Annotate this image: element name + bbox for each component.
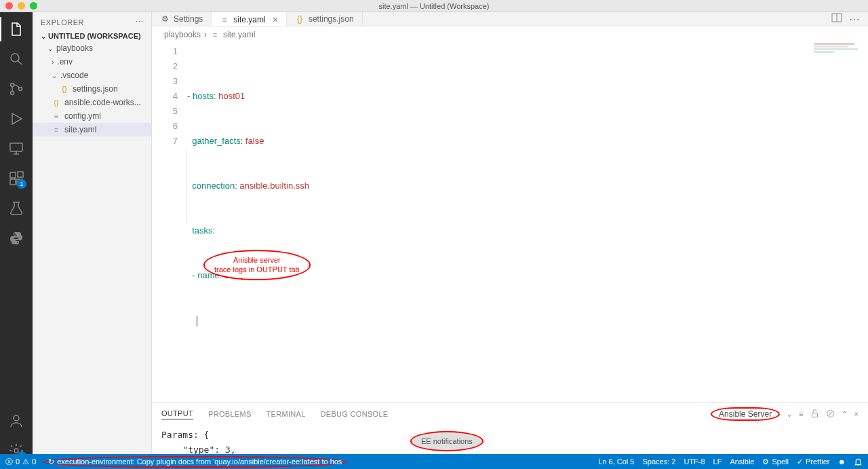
folder-label: .vscode (60, 71, 88, 80)
panel-tabs: OUTPUT PROBLEMS TERMINAL DEBUG CONSOLE A… (152, 403, 868, 425)
breadcrumb[interactable]: playbooks› ≡site.yaml (152, 26, 868, 43)
status-position[interactable]: Ln 6, Col 5 (598, 457, 634, 466)
minimap[interactable] (814, 43, 861, 55)
json-icon: {} (52, 98, 61, 107)
file-config-yml[interactable]: ≡config.yml (33, 109, 151, 123)
minimize-window-icon[interactable] (18, 2, 25, 10)
status-spaces[interactable]: Spaces: 2 (642, 457, 675, 466)
sidebar: EXPLORER ⋯ ⌄UNTITLED (WORKSPACE) ⌄playbo… (33, 12, 152, 469)
source-control-icon[interactable] (7, 80, 25, 98)
tab-label: Settings (174, 14, 203, 24)
file-label: ansible.code-works... (64, 98, 141, 107)
close-tab-icon[interactable]: × (273, 14, 278, 25)
yaml-icon: ≡ (52, 126, 61, 134)
folder-playbooks[interactable]: ⌄playbooks (33, 41, 151, 55)
status-spell[interactable]: ⚙ Spell (762, 457, 788, 466)
extensions-badge: 1 (17, 179, 26, 189)
tab-terminal[interactable]: TERMINAL (267, 410, 306, 418)
close-panel-icon[interactable]: × (854, 410, 859, 418)
gear-icon: ⚙ (160, 14, 170, 24)
explorer-header: EXPLORER ⋯ (33, 12, 151, 31)
breadcrumb-item[interactable]: playbooks (164, 30, 201, 39)
more-icon[interactable]: ⋯ (136, 18, 144, 26)
svg-point-0 (11, 54, 19, 62)
feedback-icon[interactable]: ☻ (837, 457, 846, 466)
file-settings-json[interactable]: {}settings.json (33, 82, 151, 96)
output-channel-selector[interactable]: Ansible Server (711, 407, 780, 421)
annotation-bubble-2: EE notifications (410, 431, 484, 451)
more-actions-icon[interactable]: ⋯ (849, 13, 860, 26)
code-editor[interactable]: 1234567 - hosts: host01 gather_facts: fa… (152, 43, 868, 402)
tab-output[interactable]: OUTPUT (161, 409, 193, 419)
svg-rect-6 (10, 179, 16, 185)
json-icon: {} (60, 85, 69, 93)
folder-label: .env (57, 57, 73, 67)
svg-point-9 (14, 415, 19, 421)
editor-area: ⚙Settings ≡site.yaml× {}settings.json ⋯ … (152, 12, 868, 469)
yaml-icon: ≡ (52, 112, 61, 120)
line-numbers: 1234567 (152, 44, 187, 402)
status-eol[interactable]: LF (713, 457, 722, 466)
python-icon[interactable] (7, 229, 25, 247)
search-icon[interactable] (7, 50, 25, 68)
close-window-icon[interactable] (5, 2, 13, 10)
status-language[interactable]: Ansible (730, 457, 754, 466)
svg-rect-12 (814, 43, 854, 45)
window-controls[interactable] (5, 2, 37, 10)
status-ee-notification[interactable]: ↻execution-environment: Copy plugin docs… (43, 456, 347, 468)
run-debug-icon[interactable] (7, 110, 25, 128)
yaml-icon: ≡ (220, 15, 229, 24)
sync-icon: ↻ (48, 457, 54, 466)
bell-icon[interactable] (854, 457, 863, 466)
code-content[interactable]: - hosts: host01 gather_facts: false conn… (187, 44, 868, 402)
clear-icon[interactable] (826, 409, 835, 419)
svg-rect-4 (10, 143, 22, 151)
folder-label: playbooks (56, 43, 93, 53)
file-label: site.yaml (64, 125, 96, 134)
folder-vscode[interactable]: ⌄.vscode (33, 69, 151, 82)
chevron-up-icon[interactable]: ⌃ (842, 410, 848, 419)
tab-settings-json[interactable]: {}settings.json (287, 12, 363, 26)
workspace-section[interactable]: ⌄UNTITLED (WORKSPACE) (33, 31, 151, 41)
titlebar: site.yaml — Untitled (Workspace) (0, 0, 868, 12)
status-encoding[interactable]: UTF-8 (684, 457, 705, 466)
file-site-yaml[interactable]: ≡site.yaml (33, 123, 151, 136)
selector-label: Ansible Server (719, 409, 772, 419)
breadcrumb-item[interactable]: site.yaml (223, 30, 255, 39)
svg-rect-15 (814, 51, 834, 53)
svg-rect-16 (812, 413, 817, 417)
svg-point-1 (11, 83, 14, 87)
split-editor-icon[interactable] (831, 12, 842, 26)
tab-site-yaml[interactable]: ≡site.yaml× (212, 12, 287, 26)
folder-env[interactable]: ›.env (33, 55, 151, 69)
json-icon: {} (295, 14, 304, 24)
tab-label: settings.json (309, 14, 354, 24)
explorer-icon[interactable] (7, 20, 25, 38)
editor-tabs: ⚙Settings ≡site.yaml× {}settings.json ⋯ (152, 12, 868, 26)
tab-settings[interactable]: ⚙Settings (152, 12, 212, 26)
svg-rect-14 (814, 48, 858, 50)
tab-problems[interactable]: PROBLEMS (208, 410, 252, 418)
accounts-icon[interactable] (7, 412, 25, 430)
file-label: config.yml (64, 111, 101, 121)
file-label: settings.json (73, 84, 118, 94)
remote-icon[interactable] (7, 140, 25, 157)
yaml-icon: ≡ (210, 31, 220, 39)
svg-rect-13 (814, 45, 848, 48)
window-title: site.yaml — Untitled (Workspace) (378, 2, 489, 10)
filter-icon[interactable]: ≡ (799, 410, 803, 418)
testing-icon[interactable] (7, 200, 25, 217)
tab-debug-console[interactable]: DEBUG CONSOLE (321, 410, 389, 418)
file-code-workspace[interactable]: {}ansible.code-works... (33, 96, 151, 109)
svg-rect-8 (18, 172, 23, 177)
status-prettier[interactable]: ✓ Prettier (797, 457, 829, 466)
explorer-title: EXPLORER (41, 18, 84, 26)
text-cursor (197, 316, 197, 326)
lock-icon[interactable] (810, 409, 819, 419)
extensions-icon[interactable]: 1 (7, 170, 25, 187)
annotation-bubble-1: Anisble server trace logs in OUTPUT tab (203, 250, 311, 280)
maximize-window-icon[interactable] (30, 2, 37, 10)
chevron-down-icon[interactable]: ⌄ (787, 411, 792, 418)
status-errors[interactable]: ⓧ 0 ⚠ 0 (5, 457, 36, 467)
tab-label: site.yaml (233, 15, 265, 24)
